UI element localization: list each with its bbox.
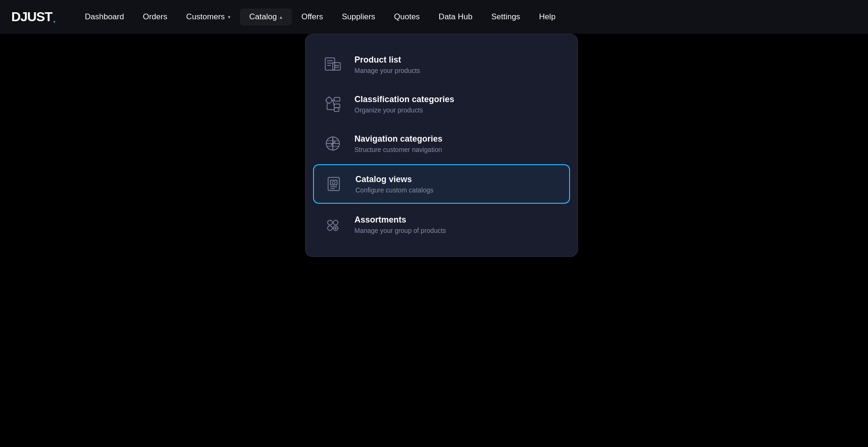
nav-suppliers[interactable]: Suppliers <box>332 8 385 25</box>
nav-offers-label: Offers <box>301 12 323 22</box>
nav-orders-label: Orders <box>143 12 167 22</box>
catalog-views-title: Catalog views <box>355 175 434 184</box>
navigation-icon <box>322 133 343 154</box>
catalog-views-text: Catalog views Configure custom catalogs <box>355 175 434 194</box>
svg-rect-0 <box>325 58 335 70</box>
svg-rect-13 <box>334 104 340 108</box>
nav-help-label: Help <box>539 12 555 22</box>
svg-rect-12 <box>334 97 340 101</box>
classification-desc: Organize your products <box>354 106 454 114</box>
nav-data-hub[interactable]: Data Hub <box>429 8 482 25</box>
dropdown-item-navigation[interactable]: Navigation categories Structure customer… <box>313 125 570 162</box>
dropdown-item-assortments[interactable]: Assortments Manage your group of product… <box>313 206 570 243</box>
nav-settings-label: Settings <box>491 12 520 22</box>
svg-point-31 <box>332 181 335 184</box>
nav-dashboard[interactable]: Dashboard <box>75 8 133 25</box>
customers-chevron-down-icon: ▾ <box>228 14 231 20</box>
svg-point-7 <box>326 97 332 103</box>
assortments-title: Assortments <box>354 215 446 225</box>
nav-data-hub-label: Data Hub <box>439 12 473 22</box>
nav-customers[interactable]: Customers ▾ <box>177 8 240 25</box>
assortments-text: Assortments Manage your group of product… <box>354 215 446 234</box>
navigation-title: Navigation categories <box>354 134 442 144</box>
nav-customers-label: Customers <box>186 12 225 22</box>
svg-point-33 <box>333 220 338 225</box>
content-area-right <box>580 34 868 447</box>
classification-icon <box>322 94 343 114</box>
nav-items: Dashboard Orders Customers ▾ Catalog ▴ O… <box>75 8 857 25</box>
dropdown-item-classification[interactable]: Classification categories Organize your … <box>313 85 570 123</box>
nav-settings[interactable]: Settings <box>482 8 530 25</box>
nav-quotes[interactable]: Quotes <box>385 8 429 25</box>
logo-dot: . <box>52 9 56 25</box>
navigation-desc: Structure customer navigation <box>354 146 442 153</box>
catalog-views-icon <box>323 174 344 194</box>
svg-marker-26 <box>334 141 336 143</box>
classification-text: Classification categories Organize your … <box>354 95 454 114</box>
nav-catalog-label: Catalog <box>249 12 277 22</box>
product-list-text: Product list Manage your products <box>354 55 420 74</box>
nav-catalog[interactable]: Catalog ▴ <box>240 8 292 25</box>
product-list-icon <box>322 54 343 75</box>
nav-suppliers-label: Suppliers <box>342 12 375 22</box>
nav-help[interactable]: Help <box>530 8 565 25</box>
nav-quotes-label: Quotes <box>394 12 420 22</box>
content-area-left <box>0 34 305 447</box>
logo-text: DJUST <box>11 9 52 24</box>
assortments-desc: Manage your group of products <box>354 227 446 234</box>
navigation-text: Navigation categories Structure customer… <box>354 134 442 153</box>
svg-rect-4 <box>333 63 340 70</box>
dropdown-item-catalog-views[interactable]: Catalog views Configure custom catalogs <box>313 164 570 204</box>
assortments-icon <box>322 214 343 235</box>
product-list-title: Product list <box>354 55 420 65</box>
dropdown-item-product-list[interactable]: Product list Manage your products <box>313 46 570 83</box>
svg-point-32 <box>328 220 332 225</box>
product-list-desc: Manage your products <box>354 67 420 74</box>
nav-orders[interactable]: Orders <box>133 8 177 25</box>
catalog-views-desc: Configure custom catalogs <box>355 186 434 194</box>
nav-offers[interactable]: Offers <box>292 8 332 25</box>
svg-rect-18 <box>334 108 339 112</box>
nav-dashboard-label: Dashboard <box>85 12 124 22</box>
catalog-dropdown: Product list Manage your products Cl <box>305 34 578 257</box>
navbar: DJUST. Dashboard Orders Customers ▾ Cata… <box>0 0 868 34</box>
catalog-chevron-up-icon: ▴ <box>280 14 282 20</box>
logo[interactable]: DJUST. <box>11 9 56 25</box>
svg-point-34 <box>328 226 332 231</box>
classification-title: Classification categories <box>354 95 454 104</box>
